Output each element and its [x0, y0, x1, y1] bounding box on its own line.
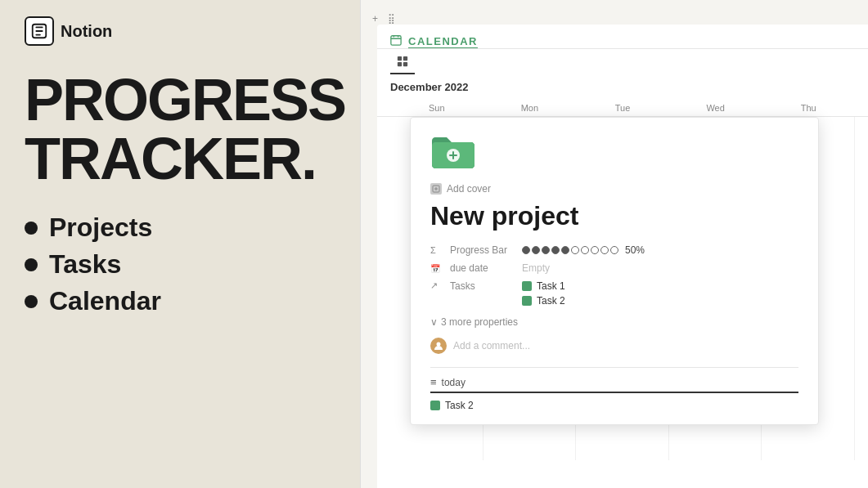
- dot-1: [522, 246, 530, 254]
- more-properties[interactable]: ∨ 3 more properties: [430, 316, 798, 328]
- percent-text: 50%: [625, 244, 645, 256]
- dot-2: [532, 246, 540, 254]
- svg-rect-6: [403, 56, 407, 60]
- task-name-2: Task 2: [537, 295, 565, 307]
- progress-value: 50%: [522, 244, 645, 256]
- bullet-dot: [25, 222, 38, 235]
- svg-rect-8: [403, 62, 407, 66]
- hero-title: PROGRESS TRACKER.: [25, 70, 335, 188]
- property-tasks: ↗ Tasks Task 1 Task 2: [430, 280, 798, 307]
- task-icon-1: [522, 281, 532, 291]
- progress-label: Progress Bar: [450, 244, 515, 256]
- add-cover-text: Add cover: [447, 183, 491, 195]
- bottom-task-icon: [430, 401, 440, 410]
- list-icon: ≡: [430, 376, 437, 388]
- svg-rect-1: [391, 36, 401, 45]
- task-item-2: Task 2: [522, 295, 565, 307]
- calendar-day-headers: Sun Mon Tue Wed Thu: [377, 100, 868, 117]
- comment-row: Add a comment...: [430, 338, 798, 354]
- calendar-container: CALENDAR December 2022 Sun Mon Tue Wed T…: [377, 25, 868, 488]
- tasks-label: Tasks: [450, 280, 515, 292]
- day-thu: Thu: [762, 100, 855, 116]
- more-properties-label: 3 more properties: [441, 316, 518, 328]
- project-card: Add cover New project Σ Progress Bar: [410, 117, 819, 425]
- dot-8: [591, 246, 599, 254]
- add-cover-row[interactable]: Add cover: [430, 183, 798, 195]
- logo-area: Notion: [25, 16, 335, 46]
- tab-grid[interactable]: [390, 52, 415, 74]
- bullet-dot: [25, 258, 38, 271]
- duedate-label: due date: [450, 262, 515, 274]
- day-tue: Tue: [576, 100, 669, 116]
- sigma-icon: Σ: [430, 245, 443, 255]
- day-mon: Mon: [483, 100, 577, 116]
- bottom-task-label: Task 2: [445, 400, 474, 411]
- property-rows: Σ Progress Bar: [430, 244, 798, 307]
- add-button[interactable]: +: [369, 11, 381, 26]
- folder-icon: [430, 134, 476, 170]
- avatar: [430, 338, 447, 354]
- feature-list: Projects Tasks Calendar: [25, 213, 335, 316]
- dot-3: [542, 246, 550, 254]
- calendar-icon: [390, 34, 402, 48]
- divider: [430, 367, 798, 368]
- list-item-tasks: Tasks: [25, 249, 335, 280]
- svg-point-15: [437, 342, 441, 347]
- calendar-header: CALENDAR: [377, 25, 868, 49]
- add-cover-icon: [430, 183, 442, 195]
- drag-handle-icon: ⣿: [385, 11, 398, 26]
- project-title: New project: [430, 201, 798, 231]
- dot-4: [551, 246, 560, 254]
- bottom-task-row: Task 2: [430, 400, 798, 411]
- right-panel: + ⣿ CALENDAR: [360, 0, 868, 488]
- month-label: December 2022: [377, 74, 868, 100]
- bullet-dot: [25, 295, 38, 308]
- list-item-projects: Projects: [25, 213, 335, 243]
- dot-9: [600, 246, 609, 254]
- svg-rect-5: [398, 56, 402, 60]
- today-row: ≡ today: [430, 376, 798, 393]
- left-panel: Notion PROGRESS TRACKER. Projects Tasks …: [0, 0, 360, 488]
- today-label: today: [442, 377, 465, 388]
- day-sun: Sun: [390, 100, 483, 116]
- tasks-arrow-icon: ↗: [430, 280, 443, 291]
- task-icon-2: [522, 296, 532, 306]
- dot-7: [581, 246, 589, 254]
- dot-5: [561, 246, 569, 254]
- dot-6: [571, 246, 579, 254]
- duedate-value: Empty: [522, 262, 550, 274]
- calendar-title[interactable]: CALENDAR: [408, 35, 478, 47]
- calendar-body: Add cover New project Σ Progress Bar: [377, 117, 868, 460]
- task-name-1: Task 1: [537, 280, 565, 292]
- day-wed: Wed: [669, 100, 762, 116]
- chevron-down-icon: ∨: [430, 316, 438, 328]
- calendar-view-tabs: [377, 49, 868, 74]
- calendar-prop-icon: 📅: [430, 264, 443, 273]
- task-item-1: Task 1: [522, 280, 565, 292]
- brand-name: Notion: [61, 22, 112, 41]
- progress-dots: [522, 246, 618, 254]
- toolbar: + ⣿: [361, 8, 407, 29]
- notion-logo-icon: [25, 16, 54, 46]
- list-item-calendar: Calendar: [25, 286, 335, 316]
- property-progress: Σ Progress Bar: [430, 244, 798, 256]
- comment-placeholder[interactable]: Add a comment...: [453, 340, 530, 351]
- tasks-list: Task 1 Task 2: [522, 280, 565, 307]
- property-duedate: 📅 due date Empty: [430, 262, 798, 274]
- dot-10: [610, 246, 618, 254]
- svg-rect-7: [398, 62, 402, 66]
